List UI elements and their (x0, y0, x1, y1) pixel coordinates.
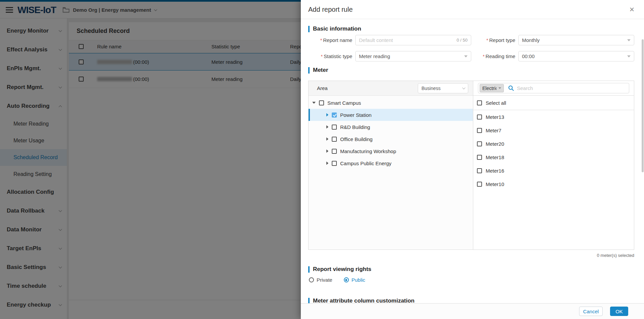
chevron-down-icon (462, 86, 466, 89)
selected-meters-count: 0 meter(s) selected (308, 253, 634, 258)
meter-search-input[interactable] (517, 85, 626, 91)
expand-caret-icon[interactable] (326, 137, 328, 141)
reading-time-field: Reading time 00:00 (471, 51, 634, 61)
select-all-label: Select all (486, 100, 506, 106)
area-tree-node[interactable]: Campus Public Energy (309, 157, 473, 169)
meter-label: Meter16 (486, 168, 504, 174)
area-pane-header: Area Business (309, 81, 473, 96)
section-accent-bar (308, 266, 310, 273)
meter-list-item[interactable]: Meter13 (473, 110, 634, 124)
expand-caret-icon[interactable] (326, 113, 328, 117)
cancel-button[interactable]: Cancel (579, 307, 603, 316)
meter-list-item[interactable]: Meter20 (473, 137, 634, 150)
report-type-label: Report type (471, 37, 518, 43)
expand-caret-icon[interactable] (312, 102, 316, 104)
expand-caret-icon[interactable] (326, 162, 328, 165)
search-icon (508, 85, 514, 91)
node-checkbox[interactable] (332, 161, 337, 166)
meter-list-item[interactable]: Meter18 (473, 150, 634, 164)
report-name-input[interactable] (359, 37, 454, 43)
rights-radio-group: Private Public (308, 277, 634, 283)
statistic-type-field: Statistic type Meter reading (308, 51, 471, 61)
statistic-type-select[interactable]: Meter reading (355, 51, 471, 61)
meter-panel: Area Business Smart Campus (308, 81, 634, 250)
meter-checkbox[interactable] (477, 168, 482, 173)
meter-label: Meter13 (486, 114, 504, 120)
meter-label: Meter10 (486, 181, 504, 187)
meter-list: Meter13 Meter7 Meter20 Meter18 (473, 110, 634, 191)
section-report-viewing-rights: Report viewing rights (308, 266, 634, 273)
modal-footer: Cancel OK (301, 303, 644, 319)
expand-caret-icon[interactable] (326, 149, 328, 153)
rights-radio-option[interactable]: Private (309, 277, 332, 283)
meter-checkbox[interactable] (477, 141, 482, 146)
modal-header: Add report rule ✕ (301, 0, 644, 19)
area-tree-node[interactable]: Smart Campus (309, 97, 473, 109)
report-name-label: Report name (308, 37, 355, 43)
reading-time-select[interactable]: 00:00 (518, 51, 634, 61)
area-tree-node[interactable]: Office Building (309, 133, 473, 145)
select-caret-icon (627, 39, 631, 41)
area-title: Area (317, 85, 328, 91)
modal-body: Basic information Report name 0 / 50 Rep… (301, 19, 644, 303)
char-counter: 0 / 50 (454, 38, 468, 43)
meter-checkbox[interactable] (477, 182, 482, 187)
node-label: Campus Public Energy (340, 161, 392, 166)
radio-icon[interactable] (344, 277, 349, 282)
reading-time-label: Reading time (471, 53, 518, 59)
report-type-select[interactable]: Monthly (518, 35, 634, 45)
modal-title: Add report rule (308, 6, 353, 13)
area-filter-select[interactable]: Business (418, 83, 468, 93)
close-icon[interactable]: ✕ (629, 6, 635, 13)
node-checkbox[interactable] (319, 100, 324, 105)
meter-list-item[interactable]: Meter16 (473, 164, 634, 177)
section-accent-bar (308, 67, 310, 74)
node-label: Smart Campus (327, 100, 361, 106)
meter-type-filter[interactable]: Electricity (480, 84, 504, 92)
statistic-type-label: Statistic type (308, 53, 355, 59)
area-tree: Smart Campus Power Station R&D Building (309, 96, 473, 169)
meter-label: Meter7 (486, 128, 501, 133)
chevron-down-icon (498, 87, 501, 89)
select-all-meters-row[interactable]: Select all (473, 96, 634, 110)
ok-button[interactable]: OK (610, 307, 628, 316)
node-label: Manufacturing Workshop (340, 148, 396, 154)
select-all-checkbox[interactable] (477, 100, 482, 105)
section-accent-bar (308, 298, 310, 304)
node-checkbox[interactable] (332, 137, 337, 142)
section-meter: Meter (308, 67, 634, 74)
modal-scrollbar-thumb[interactable] (642, 39, 644, 172)
area-tree-node[interactable]: R&D Building (309, 121, 473, 133)
meter-checkbox[interactable] (477, 128, 482, 133)
meter-label: Meter18 (486, 154, 504, 160)
add-report-rule-modal: Add report rule ✕ Basic information Repo… (301, 0, 644, 319)
meter-list-item[interactable]: Meter7 (473, 124, 634, 137)
section-meter-attribute-customization: Meter attribute column customization (308, 298, 634, 303)
section-accent-bar (308, 26, 310, 32)
node-label: Power Station (340, 112, 371, 118)
meter-checkbox[interactable] (477, 115, 482, 120)
meter-list-pane: Electricity Select all (473, 81, 634, 249)
meter-checkbox[interactable] (477, 155, 482, 160)
area-tree-pane: Area Business Smart Campus (309, 81, 473, 249)
section-basic-information: Basic information (308, 26, 634, 32)
select-caret-icon (627, 55, 631, 57)
expand-caret-icon[interactable] (326, 125, 328, 129)
report-name-field: Report name 0 / 50 (308, 35, 471, 45)
radio-icon[interactable] (309, 277, 314, 282)
area-tree-node[interactable]: Power Station (309, 109, 473, 121)
select-caret-icon (464, 55, 468, 57)
meter-label: Meter20 (486, 141, 504, 147)
node-checkbox[interactable] (332, 149, 337, 154)
meter-search-row: Electricity (473, 81, 634, 96)
node-checkbox[interactable] (332, 112, 337, 118)
node-label: Office Building (340, 136, 372, 142)
area-tree-node[interactable]: Manufacturing Workshop (309, 145, 473, 157)
report-type-field: Report type Monthly (471, 35, 634, 45)
meter-list-item[interactable]: Meter10 (473, 177, 634, 191)
node-label: R&D Building (340, 124, 370, 130)
rights-radio-option[interactable]: Public (344, 277, 365, 283)
node-checkbox[interactable] (332, 125, 337, 130)
